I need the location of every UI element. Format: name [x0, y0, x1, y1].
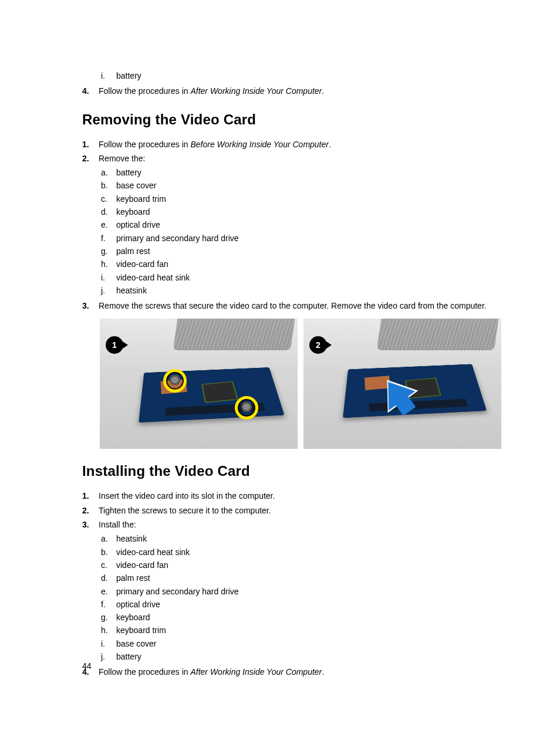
step-text-prefix: Follow the procedures in: [99, 140, 190, 149]
sub-list-item: j.battery: [101, 651, 501, 662]
sub-list-item: g.palm rest: [101, 245, 501, 257]
sub-list-item: b.base cover: [101, 180, 501, 191]
list-item: 4. Follow the procedures in After Workin…: [82, 666, 501, 678]
sub-list-item: c.keyboard trim: [101, 193, 501, 205]
figure-step-2: 2: [303, 319, 501, 449]
step-marker: 1.: [82, 138, 99, 150]
sub-text: keyboard: [116, 611, 150, 623]
step-marker: 2.: [82, 153, 99, 164]
sub-list-item: h.keyboard trim: [101, 624, 501, 636]
list-item: 1. Follow the procedures in Before Worki…: [82, 138, 501, 150]
sub-list-item: g.keyboard: [101, 611, 501, 623]
heading-installing: Installing the Video Card: [82, 463, 501, 479]
sub-list: i. battery: [101, 70, 501, 82]
sub-marker: d.: [101, 572, 116, 584]
sub-text: video-card fan: [116, 559, 168, 571]
heading-removing: Removing the Video Card: [82, 111, 501, 128]
figure-row: 1 2: [100, 319, 501, 449]
page-number: 44: [82, 661, 92, 671]
sub-list: a.heatsink b.video-card heat sink c.vide…: [101, 533, 501, 662]
step-badge: 1: [106, 336, 123, 354]
step-text: Remove the screws that secure the video …: [99, 301, 487, 310]
sub-text: heatsink: [116, 533, 147, 545]
sub-list-item: h.video-card fan: [101, 258, 501, 270]
sub-marker: f.: [101, 598, 116, 610]
sub-marker: e.: [101, 586, 116, 597]
sub-text: battery: [116, 651, 141, 662]
document-page: i. battery 4. Follow the procedures in A…: [0, 0, 560, 716]
fan-graphic: [173, 319, 295, 350]
step-text: Remove the:: [99, 154, 145, 163]
sub-list-item: b.video-card heat sink: [101, 546, 501, 558]
step-badge: 2: [309, 336, 327, 354]
sub-text: base cover: [116, 180, 156, 191]
step-text: Insert the video card into its slot in t…: [99, 491, 275, 500]
sub-marker: f.: [101, 232, 116, 244]
step-text: Install the:: [99, 520, 136, 529]
sub-marker: a.: [101, 167, 116, 178]
list-item: 3. Remove the screws that secure the vid…: [82, 300, 501, 312]
step-text-prefix: Follow the procedures in: [99, 667, 190, 677]
sub-marker: c.: [101, 559, 116, 571]
sub-list-item: d.palm rest: [101, 572, 501, 584]
sub-list-item: e.optical drive: [101, 219, 501, 231]
step-marker: 1.: [82, 490, 99, 502]
step-marker: 2.: [82, 505, 99, 516]
step-text: Tighten the screws to secure it to the c…: [99, 506, 271, 515]
gpu-chip-graphic: [201, 381, 238, 403]
sub-text: palm rest: [116, 245, 150, 257]
list-item: 1. Insert the video card into its slot i…: [82, 490, 501, 502]
sub-text: optical drive: [116, 598, 160, 610]
sub-text: keyboard: [116, 206, 150, 218]
sub-marker: b.: [101, 180, 116, 191]
sub-marker: a.: [101, 533, 116, 545]
sub-list-item: e.primary and secondary hard drive: [101, 586, 501, 597]
list-item: 4. Follow the procedures in After Workin…: [82, 85, 501, 97]
sub-marker: c.: [101, 193, 116, 205]
install-steps: 1. Insert the video card into its slot i…: [82, 490, 501, 678]
sub-marker: h.: [101, 624, 116, 636]
list-item: 2. Remove the: a.battery b.base cover c.…: [82, 153, 501, 297]
sub-marker: g.: [101, 611, 116, 623]
top-fragment-list: i. battery 4. Follow the procedures in A…: [82, 67, 501, 97]
fan-graphic: [377, 319, 499, 350]
sub-marker: i.: [101, 70, 116, 82]
step-text-suffix: .: [322, 667, 324, 677]
sub-text: optical drive: [116, 219, 160, 231]
step-text-suffix: .: [322, 86, 324, 96]
remove-steps: 1. Follow the procedures in Before Worki…: [82, 138, 501, 312]
sub-marker: e.: [101, 219, 116, 231]
sub-text: base cover: [116, 638, 156, 650]
sub-list-item: f.primary and secondary hard drive: [101, 232, 501, 244]
sub-list-item: d.keyboard: [101, 206, 501, 218]
sub-text: battery: [116, 70, 141, 82]
sub-text: video-card heat sink: [116, 272, 190, 283]
list-item: 3. Install the: a.heatsink b.video-card …: [82, 519, 501, 664]
sub-list: a.battery b.base cover c.keyboard trim d…: [101, 167, 501, 296]
sub-text: keyboard trim: [116, 193, 166, 205]
step-marker: 3.: [82, 300, 99, 312]
sub-text: keyboard trim: [116, 624, 166, 636]
sub-list-item: i.base cover: [101, 638, 501, 650]
step-marker: 4.: [82, 85, 99, 97]
figure-step-1: 1: [100, 319, 298, 449]
list-item: i. battery: [99, 67, 501, 83]
step-text-suffix: .: [329, 140, 331, 149]
step-text-prefix: Follow the procedures in: [99, 86, 190, 96]
sub-text: primary and secondary hard drive: [116, 232, 239, 244]
sub-text: video-card heat sink: [116, 546, 190, 558]
step-text-italic: After Working Inside Your Computer: [190, 667, 322, 677]
list-item: 2. Tighten the screws to secure it to th…: [82, 505, 501, 516]
step-text-italic: After Working Inside Your Computer: [190, 86, 322, 96]
sub-text: palm rest: [116, 572, 150, 584]
sub-marker: b.: [101, 546, 116, 558]
sub-list-item: j.heatsink: [101, 285, 501, 296]
sub-marker: i.: [101, 272, 116, 283]
sub-marker: d.: [101, 206, 116, 218]
step-text-italic: Before Working Inside Your Computer: [190, 140, 329, 149]
sub-list-item: i.video-card heat sink: [101, 272, 501, 283]
sub-list-item: c.video-card fan: [101, 559, 501, 571]
sub-marker: j.: [101, 651, 116, 662]
video-card-graphic: [139, 367, 284, 422]
sub-list-item: f.optical drive: [101, 598, 501, 610]
